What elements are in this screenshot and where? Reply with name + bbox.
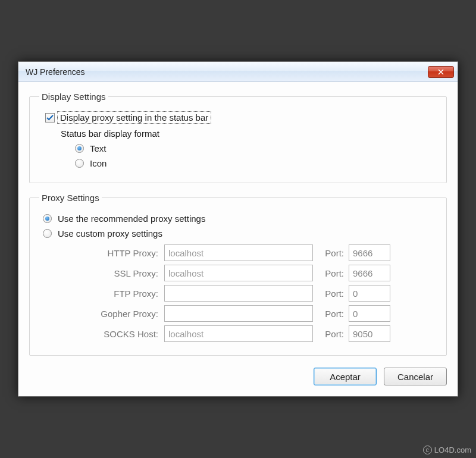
close-button[interactable]	[428, 66, 454, 78]
cancel-button[interactable]: Cancelar	[384, 368, 447, 385]
http-proxy-label: HTTP Proxy:	[75, 248, 164, 258]
titlebar: WJ Preferences	[18, 62, 458, 82]
table-row: HTTP Proxy: Port:	[75, 244, 437, 261]
display-in-statusbar-row: Display proxy setting in the status bar	[45, 111, 437, 124]
table-row: SSL Proxy: Port:	[75, 265, 437, 281]
proxy-custom-radio[interactable]	[43, 229, 52, 238]
watermark: c LO4D.com	[423, 446, 471, 454]
button-bar: Aceptar Cancelar	[29, 365, 447, 385]
proxy-recommended-radio[interactable]	[43, 214, 52, 223]
copyright-icon: c	[423, 446, 432, 454]
watermark-text: LO4D.com	[434, 446, 471, 454]
http-port-label: Port:	[313, 248, 349, 258]
window-title: WJ Preferences	[26, 67, 428, 77]
proxy-recommended-row: Use the recommended proxy settings	[43, 214, 437, 224]
table-row: SOCKS Host: Port:	[75, 325, 437, 342]
ssl-port-label: Port:	[313, 268, 349, 278]
ftp-port-input[interactable]	[349, 285, 390, 302]
proxy-settings-group: Proxy Settings Use the recommended proxy…	[29, 193, 447, 356]
display-in-statusbar-checkbox[interactable]	[45, 113, 55, 123]
format-icon-radio[interactable]	[75, 159, 84, 168]
gopher-proxy-input[interactable]	[164, 305, 313, 322]
gopher-port-input[interactable]	[349, 305, 390, 322]
gopher-port-label: Port:	[313, 309, 349, 319]
http-proxy-input[interactable]	[164, 244, 313, 261]
dialog-content: Display Settings Display proxy setting i…	[18, 82, 458, 396]
table-row: Gopher Proxy: Port:	[75, 305, 437, 322]
table-row: FTP Proxy: Port:	[75, 285, 437, 302]
display-settings-group: Display Settings Display proxy setting i…	[29, 92, 447, 183]
display-in-statusbar-label: Display proxy setting in the status bar	[57, 111, 211, 124]
ftp-proxy-label: FTP Proxy:	[75, 288, 164, 299]
socks-port-label: Port:	[313, 329, 349, 339]
socks-port-input[interactable]	[349, 325, 390, 342]
gopher-proxy-label: Gopher Proxy:	[75, 309, 164, 319]
format-text-radio[interactable]	[75, 144, 84, 153]
proxy-custom-label: Use custom proxy settings	[58, 228, 162, 239]
proxy-settings-legend: Proxy Settings	[39, 193, 102, 203]
proxy-custom-row: Use custom proxy settings	[43, 228, 437, 239]
ssl-proxy-label: SSL Proxy:	[75, 268, 164, 278]
close-icon	[438, 69, 444, 75]
checkmark-icon	[46, 114, 54, 121]
format-text-row: Text	[75, 143, 437, 153]
http-port-input[interactable]	[349, 244, 390, 261]
ok-button[interactable]: Aceptar	[314, 368, 377, 385]
socks-host-label: SOCKS Host:	[75, 329, 164, 339]
socks-host-input[interactable]	[164, 325, 313, 342]
ssl-proxy-input[interactable]	[164, 265, 313, 281]
format-label: Status bar display format	[61, 128, 437, 139]
format-icon-label: Icon	[90, 158, 107, 168]
proxy-grid: HTTP Proxy: Port: SSL Proxy: Port: FTP P…	[75, 244, 437, 342]
ftp-port-label: Port:	[313, 288, 349, 299]
format-text-label: Text	[90, 143, 107, 153]
display-settings-legend: Display Settings	[39, 92, 108, 102]
proxy-recommended-label: Use the recommended proxy settings	[58, 214, 205, 224]
ssl-port-input[interactable]	[349, 265, 390, 281]
ftp-proxy-input[interactable]	[164, 285, 313, 302]
format-icon-row: Icon	[75, 158, 437, 168]
preferences-dialog: WJ Preferences Display Settings Display …	[18, 61, 458, 397]
